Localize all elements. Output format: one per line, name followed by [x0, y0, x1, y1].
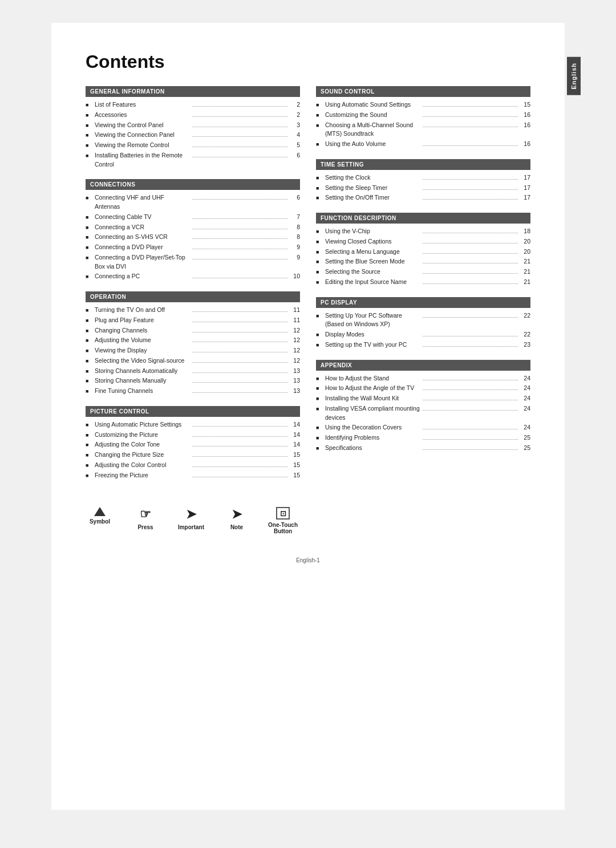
section-connections: CONNECTIONS■Connecting VHF and UHF Anten…	[86, 179, 300, 281]
toc-item: ■Specifications25	[316, 444, 530, 453]
toc-dots	[423, 189, 518, 190]
toc-item: ■Storing Channels Manually13	[86, 376, 300, 386]
toc-text: Setting the Clock	[325, 173, 420, 182]
toc-text: Viewing the Connection Panel	[95, 131, 190, 140]
toc-page: 14	[290, 420, 300, 429]
toc-item: ■Using Automatic Sound Settings15	[316, 100, 530, 109]
toc-page: 24	[520, 394, 530, 403]
toc-dots	[192, 436, 287, 437]
section-sound-control: SOUND CONTROL■Using Automatic Sound Sett…	[316, 86, 530, 149]
toc-text: Changing the Picture Size	[95, 451, 190, 460]
toc-page: 14	[290, 440, 300, 449]
toc-bullet: ■	[86, 452, 94, 460]
toc-page: 24	[520, 374, 530, 383]
toc-text: Installing the Wall Mount Kit	[325, 394, 420, 403]
toc-item: ■Adjusting the Volume12	[86, 336, 300, 345]
toc-dots	[423, 145, 518, 146]
toc-bullet: ■	[316, 112, 324, 120]
section-header-appendix: APPENDIX	[316, 360, 530, 371]
toc-bullet: ■	[316, 102, 324, 109]
toc-item: ■Display Modes22	[316, 330, 530, 339]
toc-item: ■Adjusting the Color Tone14	[86, 440, 300, 449]
toc-page: 2	[290, 100, 300, 109]
toc-page: 7	[290, 213, 300, 222]
language-tab: English	[567, 57, 581, 95]
toc-dots	[192, 362, 287, 363]
toc-page: 4	[290, 131, 300, 140]
toc-bullet: ■	[316, 313, 324, 320]
toc-item: ■Accessories2	[86, 111, 300, 120]
toc-page: 10	[290, 272, 300, 281]
toc-page: 2	[290, 111, 300, 120]
toc-item: ■Customizing the Sound16	[316, 111, 530, 120]
toc-item: ■Selecting the Source21	[316, 267, 530, 277]
toc-item: ■Viewing the Control Panel3	[86, 121, 300, 130]
toc-page: 17	[520, 193, 530, 202]
toc-text: Editing the Input Source Name	[325, 278, 420, 287]
toc-bullet: ■	[86, 378, 94, 386]
toc-dots	[423, 179, 518, 180]
toc-item: ■Editing the Input Source Name21	[316, 278, 530, 287]
toc-item: ■Changing the Picture Size15	[86, 451, 300, 460]
toc-dots	[192, 238, 287, 239]
toc-dots	[423, 263, 518, 263]
press-icon: ☞	[140, 507, 151, 522]
toc-text: Identifying Problems	[325, 433, 420, 443]
toc-item: ■Setting the On/Off Timer17	[316, 193, 530, 202]
toc-item: ■Setting Up Your PC Software (Based on W…	[316, 311, 530, 330]
legend-onetouch: ⊡ One-TouchButton	[268, 507, 298, 534]
legend-symbol-label: Symbol	[90, 518, 110, 525]
toc-text: Connecting a VCR	[95, 223, 190, 232]
section-header-connections: CONNECTIONS	[86, 179, 300, 190]
toc-dots	[423, 283, 518, 284]
toc-text: Connecting a DVD Player	[95, 243, 190, 252]
toc-bullet: ■	[316, 395, 324, 403]
toc-page: 6	[290, 151, 300, 160]
toc-bullet: ■	[86, 441, 94, 449]
symbol-icon	[94, 507, 106, 516]
toc-text: Changing Channels	[95, 326, 190, 335]
toc-bullet: ■	[86, 347, 94, 355]
toc-text: Using the V-Chip	[325, 227, 420, 236]
toc-dots	[423, 449, 518, 450]
toc-item: ■How to Adjust the Angle of the TV24	[316, 384, 530, 393]
toc-bullet: ■	[86, 194, 94, 202]
toc-text: Using Automatic Picture Settings	[95, 420, 190, 429]
toc-bullet: ■	[86, 234, 94, 242]
toc-dots	[192, 466, 287, 467]
toc-bullet: ■	[316, 269, 324, 277]
toc-page: 12	[290, 336, 300, 345]
toc-bullet: ■	[86, 122, 94, 130]
toc-bullet: ■	[316, 385, 324, 393]
toc-page: 20	[520, 247, 530, 257]
toc-page: 17	[520, 184, 530, 193]
toc-text: Setting the On/Off Timer	[325, 193, 420, 202]
toc-bullet: ■	[316, 175, 324, 182]
toc-item: ■Installing VESA compliant mounting devi…	[316, 404, 530, 423]
toc-bullet: ■	[316, 375, 324, 383]
onetouch-icon: ⊡	[276, 507, 290, 520]
section-header-picture-control: PICTURE CONTROL	[86, 406, 300, 417]
toc-dots	[192, 372, 287, 373]
section-time-setting: TIME SETTING■Setting the Clock17■Setting…	[316, 159, 530, 202]
toc-item: ■Using the Decoration Covers24	[316, 423, 530, 432]
toc-dots	[423, 233, 518, 233]
toc-bullet: ■	[316, 238, 324, 246]
toc-bullet: ■	[316, 228, 324, 236]
toc-item: ■Setting up the TV with your PC23	[316, 340, 530, 350]
toc-bullet: ■	[86, 337, 94, 345]
toc-dots	[192, 392, 287, 393]
left-column: GENERAL INFORMATION■List of Features2■Ac…	[86, 86, 300, 490]
toc-text: Choosing a Multi-Channel Sound (MTS) Sou…	[325, 121, 420, 139]
page-container: English Contents GENERAL INFORMATION■Lis…	[51, 23, 565, 810]
toc-dots	[192, 477, 287, 477]
toc-item: ■Fine Tuning Channels13	[86, 387, 300, 396]
toc-bullet: ■	[316, 445, 324, 453]
toc-text: Using the Auto Volume	[325, 140, 420, 149]
toc-text: Adjusting the Color Control	[95, 461, 190, 470]
toc-dots	[192, 352, 287, 352]
toc-page: 25	[520, 444, 530, 453]
toc-text: Storing Channels Manually	[95, 376, 190, 386]
toc-bullet: ■	[316, 342, 324, 350]
toc-dots	[423, 273, 518, 274]
